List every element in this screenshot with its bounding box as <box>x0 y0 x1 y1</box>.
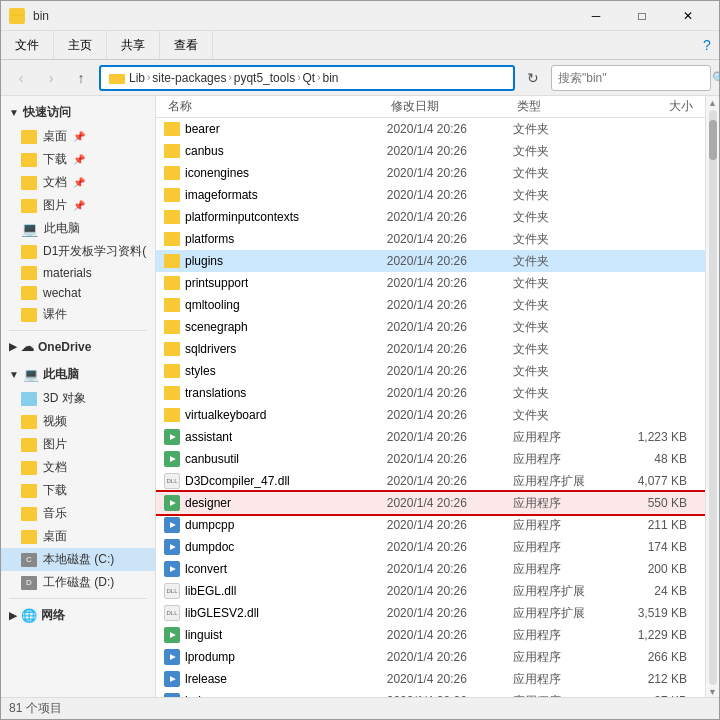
sidebar-item-docs-quick[interactable]: 文档 📌 <box>1 171 155 194</box>
folder-icon <box>21 392 37 406</box>
sidebar-item-local-c[interactable]: C 本地磁盘 (C:) <box>1 548 155 571</box>
table-row[interactable]: ▶ lrelease-pro 2020/1/4 20:26 应用程序 37 KB <box>156 690 705 697</box>
this-pc-header[interactable]: ▼ 💻 此电脑 <box>1 362 155 387</box>
address-part-lib[interactable]: Lib <box>129 71 145 85</box>
table-row[interactable]: platforminputcontexts 2020/1/4 20:26 文件夹 <box>156 206 705 228</box>
sidebar-item-wechat[interactable]: wechat <box>1 283 155 303</box>
table-row[interactable]: iconengines 2020/1/4 20:26 文件夹 <box>156 162 705 184</box>
sidebar-item-docs[interactable]: 文档 <box>1 456 155 479</box>
sidebar-item-downloads-quick[interactable]: 下载 📌 <box>1 148 155 171</box>
scroll-thumb[interactable] <box>709 120 717 160</box>
table-row[interactable]: printsupport 2020/1/4 20:26 文件夹 <box>156 272 705 294</box>
table-row[interactable]: DLL D3Dcompiler_47.dll 2020/1/4 20:26 应用… <box>156 470 705 492</box>
col-type-header[interactable]: 类型 <box>513 98 620 115</box>
folder-icon <box>21 438 37 452</box>
sidebar-item-label: 音乐 <box>43 505 67 522</box>
sidebar-item-3d[interactable]: 3D 对象 <box>1 387 155 410</box>
up-button[interactable]: ↑ <box>69 66 93 90</box>
tab-home[interactable]: 主页 <box>54 31 107 59</box>
sidebar-item-this-pc-quick[interactable]: 💻 此电脑 <box>1 217 155 240</box>
scroll-track[interactable] <box>709 110 717 685</box>
tab-share[interactable]: 共享 <box>107 31 160 59</box>
table-row[interactable]: ▶ lconvert 2020/1/4 20:26 应用程序 200 KB <box>156 558 705 580</box>
this-pc-label: 此电脑 <box>43 366 79 383</box>
tab-file[interactable]: 文件 <box>1 31 54 59</box>
sidebar-item-courseware[interactable]: 课件 <box>1 303 155 326</box>
sidebar-item-downloads[interactable]: 下载 <box>1 479 155 502</box>
quick-access-header[interactable]: ▼ 快速访问 <box>1 100 155 125</box>
col-name-header[interactable]: 名称 <box>164 98 387 115</box>
tab-view[interactable]: 查看 <box>160 31 213 59</box>
table-row[interactable]: ▶ dumpcpp 2020/1/4 20:26 应用程序 211 KB <box>156 514 705 536</box>
table-row[interactable]: ▶ assistant 2020/1/4 20:26 应用程序 1,223 KB <box>156 426 705 448</box>
address-part-pyqt5[interactable]: pyqt5_tools <box>234 71 295 85</box>
sidebar: ▼ 快速访问 桌面 📌 下载 📌 文档 📌 <box>1 96 156 697</box>
table-row[interactable]: ▶ canbusutil 2020/1/4 20:26 应用程序 48 KB <box>156 448 705 470</box>
file-name: plugins <box>185 254 223 268</box>
close-button[interactable]: ✕ <box>665 1 711 31</box>
table-row[interactable]: ▶ dumpdoc 2020/1/4 20:26 应用程序 174 KB <box>156 536 705 558</box>
sidebar-item-video[interactable]: 视频 <box>1 410 155 433</box>
table-row[interactable]: translations 2020/1/4 20:26 文件夹 <box>156 382 705 404</box>
table-row[interactable]: qmltooling 2020/1/4 20:26 文件夹 <box>156 294 705 316</box>
col-date-header[interactable]: 修改日期 <box>387 98 513 115</box>
table-row[interactable]: DLL libGLESV2.dll 2020/1/4 20:26 应用程序扩展 … <box>156 602 705 624</box>
onedrive-arrow: ▶ <box>9 341 17 352</box>
help-icon[interactable]: ? <box>695 31 719 59</box>
address-box[interactable]: Lib › site-packages › pyqt5_tools › Qt ›… <box>99 65 515 91</box>
sidebar-item-d1-quick[interactable]: D1开发板学习资料( <box>1 240 155 263</box>
statusbar: 81 个项目 <box>1 697 719 719</box>
folder-icon <box>164 232 180 246</box>
table-row[interactable]: ▶ lrelease 2020/1/4 20:26 应用程序 212 KB <box>156 668 705 690</box>
refresh-button[interactable]: ↻ <box>521 66 545 90</box>
file-name: sqldrivers <box>185 342 236 356</box>
file-name: lconvert <box>185 562 227 576</box>
sidebar-item-pics[interactable]: 图片 <box>1 433 155 456</box>
sidebar-item-desktop-quick[interactable]: 桌面 📌 <box>1 125 155 148</box>
table-row[interactable]: platforms 2020/1/4 20:26 文件夹 <box>156 228 705 250</box>
folder-icon <box>21 415 37 429</box>
network-header[interactable]: ▶ 🌐 网络 <box>1 603 155 628</box>
window-title: bin <box>33 9 49 23</box>
table-row[interactable]: scenegraph 2020/1/4 20:26 文件夹 <box>156 316 705 338</box>
table-row[interactable]: plugins 2020/1/4 20:26 文件夹 <box>156 250 705 272</box>
forward-button[interactable]: › <box>39 66 63 90</box>
table-row[interactable]: bearer 2020/1/4 20:26 文件夹 <box>156 118 705 140</box>
right-panel: 名称 修改日期 类型 大小 bearer 2020/1/4 20:26 文件夹 … <box>156 96 705 697</box>
table-row[interactable]: ▶ designer 2020/1/4 20:26 应用程序 550 KB <box>156 492 705 514</box>
search-box[interactable]: 🔍 <box>551 65 711 91</box>
sidebar-divider-1 <box>9 330 147 331</box>
folder-icon <box>21 484 37 498</box>
sidebar-item-pics-quick[interactable]: 图片 📌 <box>1 194 155 217</box>
dll-icon: DLL <box>164 473 180 489</box>
address-part-bin[interactable]: bin <box>323 71 339 85</box>
onedrive-header[interactable]: ▶ ☁ OneDrive <box>1 335 155 358</box>
address-part-site[interactable]: site-packages <box>152 71 226 85</box>
exe-icon: ▶ <box>164 429 180 445</box>
table-row[interactable]: ▶ linguist 2020/1/4 20:26 应用程序 1,229 KB <box>156 624 705 646</box>
col-size-header[interactable]: 大小 <box>619 98 697 115</box>
sidebar-item-work-d[interactable]: D 工作磁盘 (D:) <box>1 571 155 594</box>
back-button[interactable]: ‹ <box>9 66 33 90</box>
sidebar-item-desktop[interactable]: 桌面 <box>1 525 155 548</box>
table-row[interactable]: DLL libEGL.dll 2020/1/4 20:26 应用程序扩展 24 … <box>156 580 705 602</box>
table-row[interactable]: ▶ lprodump 2020/1/4 20:26 应用程序 266 KB <box>156 646 705 668</box>
address-part-qt[interactable]: Qt <box>302 71 315 85</box>
table-row[interactable]: styles 2020/1/4 20:26 文件夹 <box>156 360 705 382</box>
pin-icon: 📌 <box>73 154 85 165</box>
sidebar-item-materials[interactable]: materials <box>1 263 155 283</box>
scroll-up-btn[interactable]: ▲ <box>708 98 717 108</box>
table-row[interactable]: sqldrivers 2020/1/4 20:26 文件夹 <box>156 338 705 360</box>
column-headers: 名称 修改日期 类型 大小 <box>156 96 705 118</box>
file-name: libEGL.dll <box>185 584 236 598</box>
minimize-button[interactable]: ─ <box>573 1 619 31</box>
scroll-down-btn[interactable]: ▼ <box>708 687 717 697</box>
search-input[interactable] <box>558 71 708 85</box>
maximize-button[interactable]: □ <box>619 1 665 31</box>
folder-icon <box>21 130 37 144</box>
sidebar-item-music[interactable]: 音乐 <box>1 502 155 525</box>
scrollbar[interactable]: ▲ ▼ <box>705 96 719 697</box>
table-row[interactable]: virtualkeyboard 2020/1/4 20:26 文件夹 <box>156 404 705 426</box>
table-row[interactable]: imageformats 2020/1/4 20:26 文件夹 <box>156 184 705 206</box>
table-row[interactable]: canbus 2020/1/4 20:26 文件夹 <box>156 140 705 162</box>
